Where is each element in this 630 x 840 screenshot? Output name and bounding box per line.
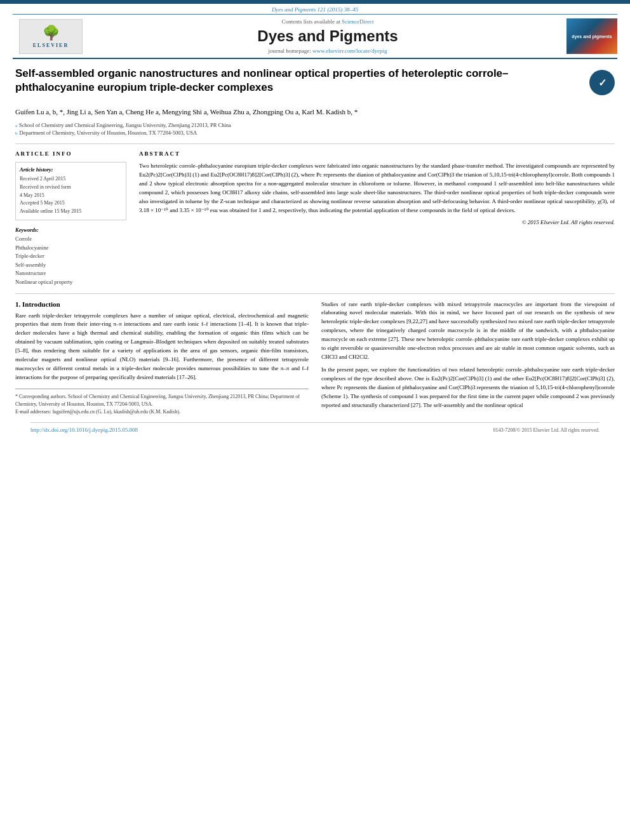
journal-center: Contents lists available at ScienceDirec…: [95, 18, 560, 54]
authors: Guifen Lu a, b, *, Jing Li a, Sen Yan a,…: [15, 107, 615, 117]
received-date: Received 2 April 2015: [20, 175, 122, 183]
article-title: Self-assembled organic nanostructures an…: [15, 67, 577, 95]
journal-header: 🌳 ELSEVIER Contents lists available at S…: [13, 14, 617, 59]
right-paragraph-2: In the present paper, we explore the fun…: [321, 366, 615, 410]
intro-paragraph-1: Rare earth triple-decker tetrapyrrole co…: [15, 312, 309, 383]
article-info-section-label: ARTICLE INFO: [15, 150, 126, 157]
footnote-section: * Corresponding authors. School of Chemi…: [15, 389, 309, 416]
homepage-line: journal homepage: www.elsevier.com/locat…: [269, 48, 387, 54]
page: Dyes and Pigments 121 (2015) 38–45 🌳 ELS…: [0, 0, 630, 840]
right-body-col: Studies of rare earth triple-decker comp…: [321, 300, 615, 417]
tree-icon: 🌳: [43, 25, 60, 41]
copyright: © 2015 Elsevier Ltd. All rights reserved…: [139, 219, 615, 225]
affiliations: a School of Chemistry and Chemical Engin…: [15, 121, 615, 138]
keyword-corrole: Corrole: [15, 235, 126, 244]
article-title-section: Self-assembled organic nanostructures an…: [15, 67, 615, 100]
doi-link[interactable]: http://dx.doi.org/10.1016/j.dyepig.2015.…: [30, 427, 138, 433]
article-info-abstract-section: ARTICLE INFO Article history: Received 2…: [15, 143, 615, 287]
sciencedirect-link[interactable]: ScienceDirect: [342, 18, 373, 25]
crossmark-badge: ✓: [589, 70, 615, 95]
affiliation-b-text: Department of Chemistry, University of H…: [20, 129, 198, 137]
keyword-phthalocyanine: Phthalocyanine: [15, 244, 126, 253]
elsevier-wordmark: ELSEVIER: [33, 43, 69, 48]
affiliation-a: a School of Chemistry and Chemical Engin…: [15, 121, 615, 130]
intro-heading: 1. Introduction: [15, 300, 309, 308]
issn-text: 0143-7208/© 2015 Elsevier Ltd. All right…: [493, 427, 600, 433]
homepage-link[interactable]: www.elsevier.com/locate/dyepig: [312, 48, 387, 54]
left-body-col: 1. Introduction Rare earth triple-decker…: [15, 300, 309, 417]
journal-ref: Dyes and Pigments 121 (2015) 38–45: [0, 4, 630, 14]
keywords-section: Keywords: Corrole Phthalocyanine Triple-…: [15, 227, 126, 287]
body-divider: [15, 293, 615, 294]
sciencedirect-line: Contents lists available at ScienceDirec…: [282, 18, 374, 25]
affiliation-b: b Department of Chemistry, University of…: [15, 129, 615, 137]
received-revised-label: Received in revised form: [20, 183, 122, 192]
keywords-label: Keywords:: [15, 227, 126, 233]
body-two-col: 1. Introduction Rare earth triple-decker…: [15, 300, 615, 417]
right-column: ABSTRACT Two heteroleptic corrole–phthal…: [139, 150, 615, 287]
available-online-date: Available online 15 May 2015: [20, 208, 122, 216]
journal-cover: dyes and pigments: [566, 18, 617, 54]
keyword-triple-decker: Triple-decker: [15, 252, 126, 261]
main-content: Self-assembled organic nanostructures an…: [0, 59, 630, 441]
footnote-corresponding: * Corresponding authors. School of Chemi…: [15, 393, 309, 408]
article-info-box: Article history: Received 2 April 2015 R…: [15, 162, 126, 220]
elsevier-logo-image: 🌳 ELSEVIER: [19, 19, 83, 54]
abstract-section-label: ABSTRACT: [139, 150, 615, 157]
affiliation-a-sup: a: [15, 123, 17, 130]
article-history-label: Article history:: [20, 166, 122, 173]
journal-title-header: Dyes and Pigments: [257, 27, 398, 45]
keyword-nlo: Nonlinear optical property: [15, 278, 126, 287]
homepage-label: journal homepage:: [269, 48, 311, 54]
left-column: ARTICLE INFO Article history: Received 2…: [15, 150, 126, 287]
revised-date: 4 May 2015: [20, 192, 122, 200]
right-paragraph-1: Studies of rare earth triple-decker comp…: [321, 300, 615, 363]
accepted-date: Accepted 5 May 2015: [20, 199, 122, 208]
elsevier-logo: 🌳 ELSEVIER: [13, 18, 89, 54]
keyword-self-assembly: Self-assembly: [15, 261, 126, 270]
bottom-bar: http://dx.doi.org/10.1016/j.dyepig.2015.…: [30, 422, 600, 433]
footnote-email: E-mail addresses: luguifen@ujs.edu.cn (G…: [15, 408, 309, 416]
sciencedirect-label: Contents lists available at: [282, 18, 340, 25]
abstract-text: Two heteroleptic corrole–phthalocyanine …: [139, 162, 615, 215]
keyword-nanostructure: Nanostructure: [15, 269, 126, 278]
cover-text: dyes and pigments: [572, 34, 612, 39]
affiliation-b-sup: b: [15, 130, 18, 137]
affiliation-a-text: School of Chemistry and Chemical Enginee…: [19, 121, 231, 130]
